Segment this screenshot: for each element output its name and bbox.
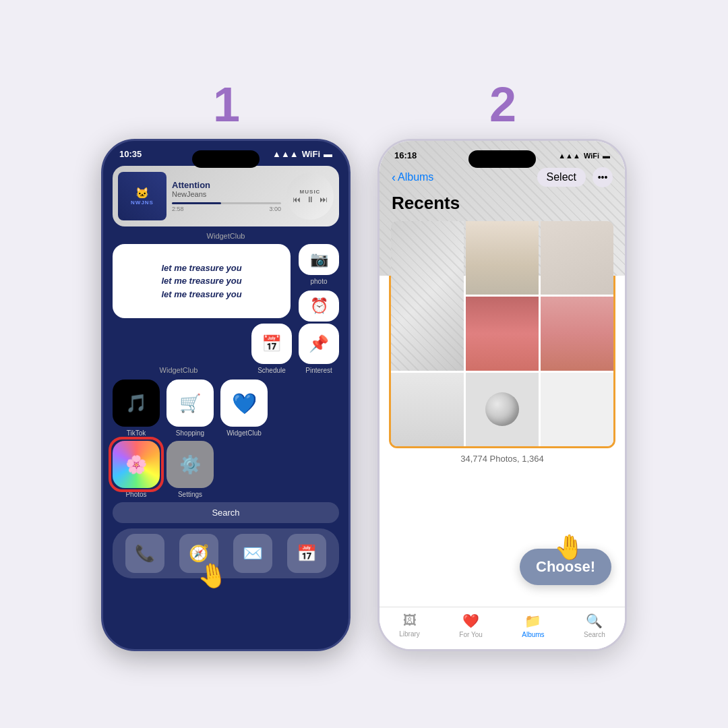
status-icons-1: ▲▲▲ WiFi ▬	[272, 149, 332, 159]
app-icon-settings[interactable]: ⚙️ Settings	[166, 441, 214, 498]
widgetclub-app-label: WidgetClub	[113, 366, 245, 374]
back-chevron: ‹	[392, 171, 396, 185]
search-tab-icon: 🔍	[586, 613, 603, 629]
tiktok-label: TikTok	[127, 429, 146, 437]
photo-marble-large	[391, 221, 464, 371]
dynamic-island-1	[192, 150, 260, 168]
app-icon-shopping[interactable]: 🛒 Shopping	[166, 380, 214, 437]
tab-albums[interactable]: 📁 Albums	[522, 613, 544, 638]
photo-blank	[541, 373, 613, 446]
photo-label: photo	[310, 278, 327, 285]
schedule-icon-img: 📅	[251, 324, 292, 364]
progress-fill	[172, 202, 221, 204]
time-1: 10:35	[119, 149, 142, 159]
widget-club-music-label: WidgetClub	[103, 232, 348, 240]
app-row-2: WidgetClub 📅 Schedule 📌 Pinterest	[103, 324, 348, 374]
for-you-label: For You	[459, 631, 482, 638]
library-label: Library	[399, 630, 420, 638]
battery-icon: ▬	[324, 149, 332, 159]
clock-icon-img: ⏰	[299, 291, 339, 322]
song-title: Attention	[172, 180, 281, 190]
sphere-shape	[485, 392, 519, 426]
ipod-control[interactable]: MUSIC ⏮ ⏸ ⏭	[286, 173, 334, 220]
next-icon[interactable]: ⏭	[320, 195, 328, 204]
settings-label: Settings	[178, 491, 202, 498]
for-you-icon: ❤️	[462, 613, 479, 629]
recents-title: Recents	[380, 191, 625, 219]
ipod-label: MUSIC	[300, 189, 321, 195]
photo-count: 34,774 Photos, 1,364	[380, 448, 625, 469]
treasure-text: let me treasure you let me treasure you …	[161, 262, 241, 301]
music-widget[interactable]: 🐱 NWJNS Attention NewJeans 2:58 3:00	[113, 166, 339, 226]
ipod-buttons: ⏮ ⏸ ⏭	[293, 195, 328, 204]
tab-library[interactable]: 🖼 Library	[399, 613, 420, 638]
tab-bar: 🖼 Library ❤️ For You 📁 Albums 🔍 Search	[380, 607, 625, 649]
prev-icon[interactable]: ⏮	[293, 195, 301, 204]
app-icon-photo[interactable]: 📷 photo	[299, 244, 339, 285]
select-button[interactable]: Select	[537, 168, 586, 187]
step-1-column: 1 10:35 ▲▲▲ WiFi ▬ 🐱 NWJNS	[101, 77, 351, 651]
photo-pink-building	[541, 297, 613, 370]
app-icon-pinterest[interactable]: 📌 Pinterest	[299, 324, 339, 374]
right-icons: 📷 photo ⏰ clock	[299, 244, 339, 318]
app-row-3: 🎵 TikTok 🛒 Shopping 💙 WidgetClub	[103, 380, 348, 437]
play-icon[interactable]: ⏸	[306, 195, 314, 204]
search-tab-label: Search	[584, 631, 605, 638]
progress-bar	[172, 202, 281, 204]
step-2-number: 2	[489, 77, 515, 132]
wifi-icon-2: WiFi	[584, 152, 599, 160]
step-1-number: 1	[213, 77, 239, 132]
signal-icon: ▲▲▲	[272, 149, 299, 159]
time-labels: 2:58 3:00	[172, 206, 281, 212]
photos-label: Photos	[125, 491, 146, 498]
widgetclub-heart-label: WidgetClub	[226, 429, 262, 437]
app-icon-widgetclub-heart[interactable]: 💙 WidgetClub	[220, 380, 268, 437]
shopping-label: Shopping	[176, 429, 204, 437]
tab-search[interactable]: 🔍 Search	[584, 613, 605, 638]
app-row-4: 🌸 Photos ⚙️ Settings	[103, 441, 348, 498]
back-label: Albums	[398, 171, 433, 183]
app-icon-tiktok[interactable]: 🎵 TikTok	[113, 380, 160, 437]
photo-grid[interactable]	[389, 219, 615, 448]
dock-mail[interactable]: ✉️	[233, 534, 272, 573]
status-icons-2: ▲▲▲ WiFi ▬	[558, 152, 610, 160]
time-current: 2:58	[172, 206, 184, 212]
time-total: 3:00	[269, 206, 281, 212]
back-button[interactable]: ‹ Albums	[392, 171, 433, 185]
more-button[interactable]: •••	[593, 167, 613, 187]
phone-2: 16:18 ▲▲▲ WiFi ▬ ‹ Albums Select •••	[377, 139, 627, 651]
wifi-icon: WiFi	[302, 149, 320, 159]
album-art: 🐱 NWJNS	[118, 172, 166, 220]
library-icon: 🖼	[403, 613, 417, 628]
phone-screen-1: 10:35 ▲▲▲ WiFi ▬ 🐱 NWJNS Attention N	[103, 141, 348, 649]
albums-label: Albums	[522, 631, 544, 638]
photo-curtain	[466, 221, 539, 295]
schedule-label: Schedule	[257, 367, 286, 374]
photo-grey-sky	[391, 373, 464, 446]
app-icon-photos[interactable]: 🌸 Photos	[113, 441, 160, 498]
dock-calendar[interactable]: 📅	[287, 534, 326, 573]
step-2-column: 2 16:18 ▲▲▲ WiFi ▬ ‹ Albums	[377, 77, 627, 651]
app-row-1: let me treasure you let me treasure you …	[103, 244, 348, 318]
treasure-widget[interactable]: let me treasure you let me treasure you …	[113, 244, 291, 318]
albums-icon: 📁	[524, 613, 541, 629]
photo-icon-img: 📷	[299, 244, 339, 275]
dynamic-island-2	[468, 150, 536, 168]
settings-icon-img: ⚙️	[166, 441, 214, 488]
search-placeholder: Search	[212, 508, 239, 518]
dock-phone[interactable]: 📞	[125, 534, 164, 573]
search-bar[interactable]: Search	[113, 502, 339, 523]
hand-cursor-2: 🤚	[554, 533, 584, 562]
phone-screen-2: 16:18 ▲▲▲ WiFi ▬ ‹ Albums Select •••	[380, 141, 625, 649]
battery-icon-2: ▬	[603, 152, 610, 160]
nav-actions: Select •••	[537, 167, 613, 187]
hand-cursor-1: 🤚	[195, 559, 231, 592]
song-artist: NewJeans	[172, 190, 281, 198]
tiktok-icon-img: 🎵	[113, 380, 160, 427]
album-art-inner: 🐱 NWJNS	[118, 172, 166, 220]
app-icon-schedule[interactable]: 📅 Schedule	[251, 324, 292, 374]
tab-for-you[interactable]: ❤️ For You	[459, 613, 482, 638]
photo-sphere	[466, 373, 539, 446]
pinterest-label: Pinterest	[305, 367, 332, 374]
signal-icon-2: ▲▲▲	[558, 152, 580, 160]
